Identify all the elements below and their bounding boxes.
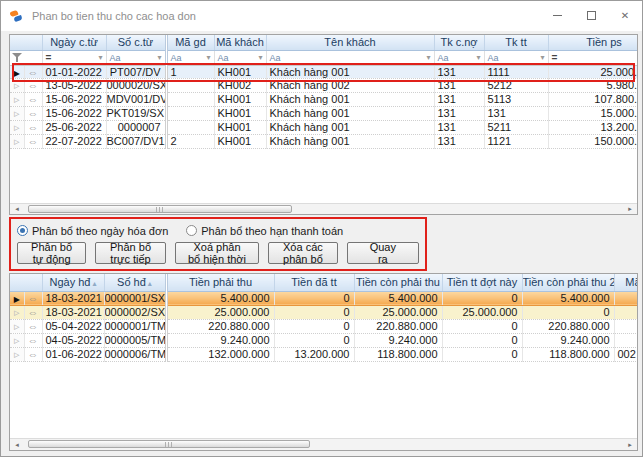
scroll-track[interactable] xyxy=(24,204,623,214)
auto-allocate-button[interactable]: Phân bổ tự động xyxy=(17,242,86,264)
detail-expand-icon[interactable]: ⇔ xyxy=(24,347,42,361)
text-filter-icon: Aa xyxy=(110,53,121,63)
col-header-tk-tt[interactable]: Tk tt xyxy=(484,35,548,50)
radio-by-invoice-date[interactable]: Phân bổ theo ngày hóa đơn xyxy=(17,225,168,237)
cell-tenkhach: Khách hàng 001 xyxy=(266,65,434,78)
grip-icon xyxy=(156,207,164,212)
chevron-down-icon[interactable]: ▾ xyxy=(157,53,161,62)
cell-tt-dot-nay[interactable]: 0 xyxy=(442,291,522,305)
cell-con-phai-thu: 118.800.000 xyxy=(354,347,442,361)
chevron-down-icon[interactable]: ▾ xyxy=(98,53,102,62)
allocation-controls-box: Phân bổ theo ngày hóa đơn Phân bổ theo h… xyxy=(9,217,427,271)
cell-tt-dot-nay[interactable]: 0 xyxy=(442,347,522,361)
maximize-button[interactable] xyxy=(574,1,608,29)
detail-expand-icon[interactable]: ⇔ xyxy=(24,106,42,120)
detail-expand-icon[interactable]: ⇔ xyxy=(24,78,42,92)
col-header-so-ctu[interactable]: Số c.từ xyxy=(106,35,166,50)
cell-tt-dot-nay[interactable]: 0 xyxy=(442,333,522,347)
cell-magd: 1 xyxy=(166,65,214,78)
receipts-grid-panel: Ngày c.từ Số c.từ Mã gd Mã khách Tên khá… xyxy=(9,34,638,215)
filter-cell-tienps[interactable]: =▾ xyxy=(548,50,637,65)
detail-expand-icon[interactable]: ⇔ xyxy=(24,305,42,319)
chevron-down-icon[interactable]: ▾ xyxy=(206,53,210,62)
cell-phai-thu: 220.880.000 xyxy=(166,319,274,333)
clear-all-allocations-button[interactable]: Xóa các phân bổ xyxy=(268,242,338,264)
clear-current-allocation-button[interactable]: Xoá phân bổ hiện thời xyxy=(175,242,259,264)
detail-expand-icon[interactable]: ⇔ xyxy=(24,333,42,347)
col-header-ma-gd[interactable]: Mã gd xyxy=(166,35,214,50)
table-row[interactable]: ▹ ⇔ 15-06-2022 MDV001/DV KH001 Khách hàn… xyxy=(10,92,637,106)
back-button[interactable]: Quay ra xyxy=(347,242,419,264)
cell-tkcn: 131 xyxy=(434,106,484,120)
col-header-ngay-ctu[interactable]: Ngày c.từ xyxy=(42,35,106,50)
chevron-down-icon[interactable]: ▾ xyxy=(540,53,544,62)
scroll-right-icon[interactable]: ▸ xyxy=(623,204,637,214)
cell-con-phai-thu-2: 5.400.000 xyxy=(522,291,614,305)
col-header-ma-khach[interactable]: Mã khách xyxy=(214,35,266,50)
current-row-icon: ▶ xyxy=(14,295,20,304)
scroll-left-icon[interactable]: ◂ xyxy=(10,439,24,450)
minimize-button[interactable] xyxy=(540,1,574,29)
col-header-tien-da-tt[interactable]: Tiền đã tt xyxy=(274,274,354,291)
cell-tt-dot-nay[interactable]: 0 xyxy=(442,319,522,333)
table-row[interactable]: ▹ ⇔ 04-05-2022 0000005/TM1 9.240.000 0 9… xyxy=(10,333,637,347)
col-header-tien-tt-dot-nay[interactable]: Tiền tt đợt này xyxy=(442,274,522,291)
detail-expand-icon[interactable]: ⇔ xyxy=(24,291,42,305)
table-row[interactable]: ▹ ⇔ 15-06-2022 PKT019/SX KH001 Khách hàn… xyxy=(10,106,637,120)
col-header-tien-con-phai-thu[interactable]: Tiền còn phải thu xyxy=(354,274,442,291)
table-row[interactable]: ▹ ⇔ 01-06-2022 0000006/TM 132.000.000 13… xyxy=(10,347,637,361)
col-header-tk-cno[interactable]: Tk c.nợ xyxy=(434,35,484,50)
detail-expand-icon[interactable]: ⇔ xyxy=(24,134,42,148)
invoices-hscrollbar[interactable]: ◂ ▸ xyxy=(10,438,637,450)
col-header-tien-ps[interactable]: Tiền ps xyxy=(548,35,637,50)
col-header-tien-phai-thu[interactable]: Tiền phải thu xyxy=(166,274,274,291)
chevron-down-icon[interactable]: ▾ xyxy=(476,53,480,62)
col-header-tien-con-phai-thu-2[interactable]: Tiền còn phải thu 2 xyxy=(522,274,614,291)
cell-ngay: 01-06-2022 xyxy=(42,347,104,361)
equals-filter-icon: = xyxy=(552,52,558,63)
col-header-ten-khach[interactable]: Tên khách xyxy=(266,35,434,50)
scroll-right-icon[interactable]: ▸ xyxy=(623,439,637,450)
cell-ngay: 15-06-2022 xyxy=(42,92,106,106)
cell-so: 0000020/SX xyxy=(106,78,166,92)
radio-by-due-date[interactable]: Phân bổ theo hạn thanh toán xyxy=(186,225,343,237)
table-row[interactable]: ▹ ⇔ 18-03-2021 0000002/SX 25.000.000 0 2… xyxy=(10,305,637,319)
scroll-left-icon[interactable]: ◂ xyxy=(10,204,24,214)
table-row[interactable]: ▹ ⇔ 13-05-2022 0000020/SX KH002 Khách hà… xyxy=(10,78,637,92)
cell-tt-dot-nay[interactable]: 25.000.000 xyxy=(442,305,522,319)
radio-unselected-icon xyxy=(186,225,197,236)
filter-cell-ngay[interactable]: =▾ xyxy=(42,50,106,65)
scroll-track[interactable] xyxy=(24,439,623,450)
table-row[interactable]: ▹ ⇔ 22-07-2022 BC007/DV1 2 KH001 Khách h… xyxy=(10,134,637,148)
scroll-thumb[interactable] xyxy=(28,205,292,213)
col-header-so-hd[interactable]: Số hđ▴ xyxy=(104,274,166,291)
table-row[interactable]: ▹ ⇔ 05-04-2022 0000001/TM1 220.880.000 0… xyxy=(10,319,637,333)
chevron-down-icon[interactable]: ▾ xyxy=(258,53,262,62)
close-button[interactable]: ✕ xyxy=(608,1,642,29)
receipts-hscrollbar[interactable]: ◂ ▸ xyxy=(10,203,637,214)
table-row[interactable]: ▶ ⇔ 01-01-2022 PT007/DV 1 KH001 Khách hà… xyxy=(10,65,637,78)
filter-cell-magd[interactable]: Aa▾ xyxy=(166,50,214,65)
table-row[interactable]: ▹ ⇔ 25-06-2022 0000007 KH001 Khách hàng … xyxy=(10,120,637,134)
filter-cell-tktt[interactable]: Aa▾ xyxy=(484,50,548,65)
cell-ngay: 01-01-2022 xyxy=(42,65,106,78)
col-label: Số hđ xyxy=(117,276,146,288)
detail-expand-icon[interactable]: ⇔ xyxy=(24,65,42,78)
table-row[interactable]: ▶ ⇔ 18-03-2021 0000001/SX 5.400.000 0 5.… xyxy=(10,291,637,305)
filter-cell-indicator[interactable] xyxy=(10,50,42,65)
detail-expand-icon[interactable]: ⇔ xyxy=(24,120,42,134)
cell-ma: 002 xyxy=(614,347,637,361)
col-header-ma[interactable]: Mã xyxy=(614,274,637,291)
filter-cell-tenkhach[interactable]: Aa▾ xyxy=(266,50,434,65)
radio-selected-icon xyxy=(17,225,28,236)
scroll-thumb[interactable] xyxy=(28,440,310,448)
detail-expand-icon[interactable]: ⇔ xyxy=(24,319,42,333)
row-marker-icon: ▹ xyxy=(10,347,24,361)
detail-expand-icon[interactable]: ⇔ xyxy=(24,92,42,106)
filter-cell-so[interactable]: Aa▾ xyxy=(106,50,166,65)
col-header-ngay-hd[interactable]: Ngày hđ▴ xyxy=(42,274,104,291)
filter-cell-makhach[interactable]: Aa▾ xyxy=(214,50,266,65)
filter-cell-tkcn[interactable]: Aa▾ xyxy=(434,50,484,65)
direct-allocate-button[interactable]: Phân bổ trực tiếp xyxy=(95,242,166,264)
chevron-down-icon[interactable]: ▾ xyxy=(426,53,430,62)
